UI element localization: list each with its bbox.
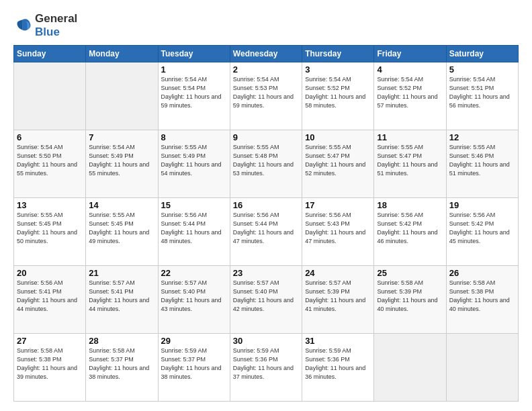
day-number: 22 [161,268,227,278]
calendar-cell: 20Sunrise: 5:56 AM Sunset: 5:41 PM Dayli… [14,266,86,334]
calendar-cell: 2Sunrise: 5:54 AM Sunset: 5:53 PM Daylig… [230,62,302,130]
day-info: Sunrise: 5:57 AM Sunset: 5:40 PM Dayligh… [161,279,227,314]
day-number: 26 [449,268,515,278]
day-number: 8 [161,132,227,142]
day-info: Sunrise: 5:55 AM Sunset: 5:45 PM Dayligh… [17,211,83,246]
day-info: Sunrise: 5:54 AM Sunset: 5:50 PM Dayligh… [17,143,83,178]
calendar-cell [86,62,158,130]
day-info: Sunrise: 5:54 AM Sunset: 5:52 PM Dayligh… [305,75,371,110]
calendar-cell: 21Sunrise: 5:57 AM Sunset: 5:41 PM Dayli… [86,266,158,334]
calendar-cell: 31Sunrise: 5:59 AM Sunset: 5:36 PM Dayli… [302,333,374,401]
day-info: Sunrise: 5:56 AM Sunset: 5:44 PM Dayligh… [161,211,227,246]
calendar-cell: 17Sunrise: 5:56 AM Sunset: 5:43 PM Dayli… [302,198,374,266]
calendar-cell: 23Sunrise: 5:57 AM Sunset: 5:40 PM Dayli… [230,266,302,334]
day-info: Sunrise: 5:57 AM Sunset: 5:40 PM Dayligh… [233,279,299,314]
day-info: Sunrise: 5:55 AM Sunset: 5:46 PM Dayligh… [449,143,515,178]
day-info: Sunrise: 5:55 AM Sunset: 5:47 PM Dayligh… [305,143,371,178]
day-number: 10 [305,132,371,142]
day-number: 30 [233,336,299,346]
weekday-header-saturday: Saturday [446,46,518,62]
logo-text: General Blue [35,12,77,38]
calendar-cell [446,333,518,401]
calendar-cell: 22Sunrise: 5:57 AM Sunset: 5:40 PM Dayli… [158,266,230,334]
calendar-cell: 10Sunrise: 5:55 AM Sunset: 5:47 PM Dayli… [302,130,374,198]
calendar-cell: 12Sunrise: 5:55 AM Sunset: 5:46 PM Dayli… [446,130,518,198]
day-number: 5 [449,64,515,75]
day-number: 21 [89,268,154,278]
day-info: Sunrise: 5:56 AM Sunset: 5:43 PM Dayligh… [305,211,371,246]
day-info: Sunrise: 5:56 AM Sunset: 5:42 PM Dayligh… [377,211,443,246]
day-number: 17 [305,200,371,210]
calendar-cell: 8Sunrise: 5:55 AM Sunset: 5:49 PM Daylig… [158,130,230,198]
calendar-cell [14,62,86,130]
weekday-header-thursday: Thursday [302,46,374,62]
calendar-cell: 30Sunrise: 5:59 AM Sunset: 5:36 PM Dayli… [230,333,302,401]
day-number: 12 [449,132,515,142]
day-info: Sunrise: 5:59 AM Sunset: 5:37 PM Dayligh… [161,347,227,381]
calendar-cell: 11Sunrise: 5:55 AM Sunset: 5:47 PM Dayli… [374,130,446,198]
header: General Blue [13,12,519,38]
day-info: Sunrise: 5:55 AM Sunset: 5:48 PM Dayligh… [233,143,299,178]
page: General Blue SundayMondayTuesdayWednesda… [0,0,532,411]
calendar-cell: 6Sunrise: 5:54 AM Sunset: 5:50 PM Daylig… [14,130,86,198]
day-info: Sunrise: 5:54 AM Sunset: 5:54 PM Dayligh… [161,75,227,110]
day-number: 9 [233,132,299,142]
day-number: 19 [449,200,515,210]
day-info: Sunrise: 5:59 AM Sunset: 5:36 PM Dayligh… [305,347,371,381]
day-number: 16 [233,200,299,210]
day-info: Sunrise: 5:55 AM Sunset: 5:47 PM Dayligh… [377,143,443,178]
day-info: Sunrise: 5:57 AM Sunset: 5:39 PM Dayligh… [305,279,371,314]
logo-icon [13,16,32,35]
calendar-cell: 28Sunrise: 5:58 AM Sunset: 5:37 PM Dayli… [86,333,158,401]
calendar-cell: 26Sunrise: 5:58 AM Sunset: 5:38 PM Dayli… [446,266,518,334]
calendar-cell: 14Sunrise: 5:55 AM Sunset: 5:45 PM Dayli… [86,198,158,266]
calendar-cell: 29Sunrise: 5:59 AM Sunset: 5:37 PM Dayli… [158,333,230,401]
day-info: Sunrise: 5:58 AM Sunset: 5:38 PM Dayligh… [17,347,83,381]
day-number: 3 [305,64,371,75]
day-number: 23 [233,268,299,278]
calendar-cell: 25Sunrise: 5:58 AM Sunset: 5:39 PM Dayli… [374,266,446,334]
day-info: Sunrise: 5:55 AM Sunset: 5:49 PM Dayligh… [161,143,227,178]
day-number: 11 [377,132,443,142]
day-number: 1 [161,64,227,75]
day-info: Sunrise: 5:54 AM Sunset: 5:49 PM Dayligh… [89,143,154,178]
weekday-header-sunday: Sunday [14,46,86,62]
calendar-table: SundayMondayTuesdayWednesdayThursdayFrid… [13,45,519,402]
day-info: Sunrise: 5:57 AM Sunset: 5:41 PM Dayligh… [89,279,154,314]
calendar-cell: 4Sunrise: 5:54 AM Sunset: 5:52 PM Daylig… [374,62,446,130]
calendar-cell: 3Sunrise: 5:54 AM Sunset: 5:52 PM Daylig… [302,62,374,130]
calendar-cell [374,333,446,401]
calendar-cell: 5Sunrise: 5:54 AM Sunset: 5:51 PM Daylig… [446,62,518,130]
day-number: 28 [89,336,154,346]
day-info: Sunrise: 5:54 AM Sunset: 5:52 PM Dayligh… [377,75,443,110]
day-info: Sunrise: 5:58 AM Sunset: 5:38 PM Dayligh… [449,279,515,314]
day-info: Sunrise: 5:56 AM Sunset: 5:44 PM Dayligh… [233,211,299,246]
calendar-cell: 9Sunrise: 5:55 AM Sunset: 5:48 PM Daylig… [230,130,302,198]
calendar-cell: 18Sunrise: 5:56 AM Sunset: 5:42 PM Dayli… [374,198,446,266]
day-number: 25 [377,268,443,278]
weekday-header-wednesday: Wednesday [230,46,302,62]
day-info: Sunrise: 5:56 AM Sunset: 5:41 PM Dayligh… [17,279,83,314]
day-number: 18 [377,200,443,210]
day-number: 6 [17,132,83,142]
calendar-cell: 27Sunrise: 5:58 AM Sunset: 5:38 PM Dayli… [14,333,86,401]
calendar-cell: 15Sunrise: 5:56 AM Sunset: 5:44 PM Dayli… [158,198,230,266]
day-number: 20 [17,268,83,278]
weekday-header-tuesday: Tuesday [158,46,230,62]
day-number: 13 [17,200,83,210]
weekday-header-monday: Monday [86,46,158,62]
day-info: Sunrise: 5:59 AM Sunset: 5:36 PM Dayligh… [233,347,299,381]
day-number: 29 [161,336,227,346]
day-info: Sunrise: 5:58 AM Sunset: 5:39 PM Dayligh… [377,279,443,314]
day-info: Sunrise: 5:56 AM Sunset: 5:42 PM Dayligh… [449,211,515,246]
day-info: Sunrise: 5:54 AM Sunset: 5:53 PM Dayligh… [233,75,299,110]
day-info: Sunrise: 5:55 AM Sunset: 5:45 PM Dayligh… [89,211,154,246]
logo: General Blue [13,12,77,38]
calendar-cell: 16Sunrise: 5:56 AM Sunset: 5:44 PM Dayli… [230,198,302,266]
weekday-header-friday: Friday [374,46,446,62]
day-number: 15 [161,200,227,210]
day-number: 7 [89,132,154,142]
calendar-cell: 19Sunrise: 5:56 AM Sunset: 5:42 PM Dayli… [446,198,518,266]
calendar-cell: 1Sunrise: 5:54 AM Sunset: 5:54 PM Daylig… [158,62,230,130]
day-info: Sunrise: 5:54 AM Sunset: 5:51 PM Dayligh… [449,75,515,110]
